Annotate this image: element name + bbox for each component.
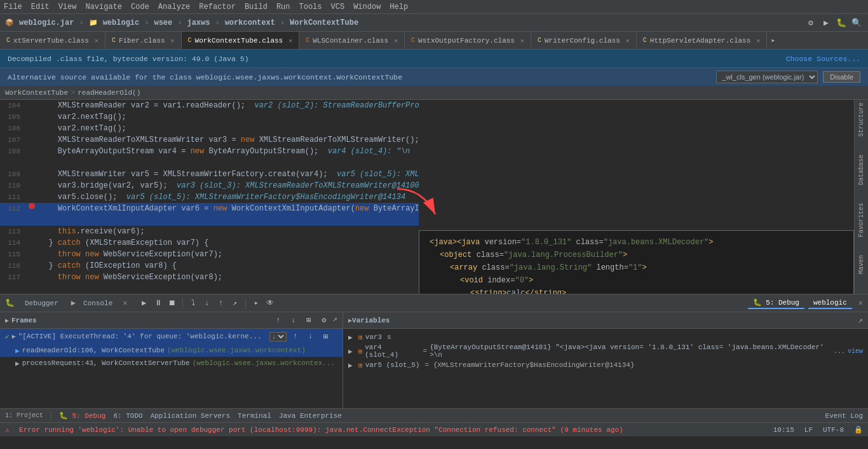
tab-overflow[interactable]: ▸ <box>767 32 779 49</box>
var-item-var3[interactable]: ▶ ⊞ var3 s <box>343 331 868 343</box>
run-icon[interactable]: ▶ <box>820 17 832 29</box>
left-panel-icon[interactable]: 1: Project <box>5 412 43 419</box>
tab-wlscontainer[interactable]: C WLSContainer.class ✕ <box>299 32 405 49</box>
menu-file[interactable]: File <box>4 3 22 11</box>
pause-btn[interactable]: ⏸ <box>152 297 165 310</box>
tab-close-5[interactable]: ✕ <box>626 37 630 45</box>
project-class[interactable]: WorkContextTube <box>290 18 358 27</box>
tab-close-6[interactable]: ✕ <box>756 37 760 45</box>
step-over-btn[interactable]: ⤵ <box>187 297 200 310</box>
console-tab[interactable]: Console <box>78 298 118 308</box>
event-log-link[interactable]: Event Log <box>825 412 863 420</box>
frame-down[interactable]: ↓ <box>304 330 317 343</box>
tab-httpservletadapter[interactable]: C HttpServletAdapter.class ✕ <box>637 32 767 49</box>
debug-tab-5[interactable]: 🐛 5: Debug <box>748 297 804 309</box>
project-pkg1[interactable]: weblogic <box>103 18 140 27</box>
frame-up[interactable]: ↑ <box>289 330 302 343</box>
frame-filter[interactable]: ⊞ <box>320 330 332 343</box>
tab-wstxoutputfactory[interactable]: C WstxOutputFactory.class ✕ <box>405 32 531 49</box>
tab-close-3[interactable]: ✕ <box>394 37 398 45</box>
menu-run[interactable]: Run <box>276 3 290 11</box>
watch-btn[interactable]: 👁 <box>264 297 276 310</box>
step-into-btn[interactable]: ↓ <box>201 297 214 310</box>
debug-tab-bottom[interactable]: 🐛 5: Debug <box>59 411 105 420</box>
code-editor[interactable]: 104 XMLStreamReader var2 = var1.readHead… <box>0 100 419 294</box>
frames-arrow-right-btn[interactable]: ↗ <box>333 314 337 327</box>
menu-tools[interactable]: Tools <box>299 3 322 11</box>
frame-text-0: "[ACTIVE] ExecuteThread: '4' for queue: … <box>18 333 262 340</box>
choose-sources-link[interactable]: Choose Sources... <box>786 55 860 63</box>
maven-panel-icon[interactable]: Maven <box>858 255 865 274</box>
status-lf[interactable]: LF <box>804 426 813 434</box>
project-jar[interactable]: weblogic.jar <box>19 18 74 27</box>
database-panel-icon[interactable]: Database <box>858 155 865 185</box>
tab-close-4[interactable]: ✕ <box>520 37 524 45</box>
frame-item-thread[interactable]: ✔ ▶ "[ACTIVE] ExecuteThread: '4' for que… <box>0 329 342 344</box>
project-pkg3[interactable]: jaxws <box>187 18 210 27</box>
tab-icon-2: C <box>188 37 192 44</box>
frame-icon-3: ▶ <box>15 359 20 368</box>
frame-item-processrequest[interactable]: ▶ processRequest:43, WorkContextServerTu… <box>0 357 342 370</box>
var4-view-link[interactable]: view <box>848 348 863 355</box>
var5-expand-icon[interactable]: ▶ <box>348 361 356 370</box>
frames-down-btn[interactable]: ↓ <box>287 314 300 327</box>
frame-item-readheaderold[interactable]: ▶ readHeaderOld:106, WorkContextTube (we… <box>0 344 342 357</box>
thread-select[interactable]: ↓ <box>269 332 287 342</box>
tab-close-0[interactable]: ✕ <box>95 37 98 45</box>
appservers-tab-bottom[interactable]: Application Servers <box>151 412 230 420</box>
menu-window[interactable]: Window <box>353 3 381 11</box>
breakpoint-112[interactable] <box>29 203 35 209</box>
status-line[interactable]: 10:15 <box>773 426 794 434</box>
stop-btn[interactable]: ⏹ <box>166 297 179 310</box>
menu-refactor[interactable]: Refactor <box>199 3 236 11</box>
debugger-tab[interactable]: Debugger <box>20 298 64 308</box>
var4-expand-icon[interactable]: ▶ <box>348 347 356 356</box>
structure-panel-icon[interactable]: Structure <box>858 102 865 137</box>
menu-code[interactable]: Code <box>131 3 149 11</box>
step-out-btn[interactable]: ↑ <box>215 297 227 310</box>
source-select[interactable]: _wl_cls_gen (weblogic.jar) <box>716 71 818 83</box>
menu-help[interactable]: Help <box>390 3 408 11</box>
frames-settings-btn[interactable]: ⚙ <box>318 314 330 327</box>
tab-writerconfig[interactable]: C WriterConfig.class ✕ <box>531 32 637 49</box>
disable-button[interactable]: Disable <box>823 71 860 83</box>
var-item-var4[interactable]: ▶ ⊞ var4 (slot_4) = {ByteArrayOutputStre… <box>343 343 868 359</box>
search-icon[interactable]: 🔍 <box>850 17 863 29</box>
menu-edit[interactable]: Edit <box>31 3 50 11</box>
menu-view[interactable]: View <box>58 3 77 11</box>
code-line-105: 105 var2.nextTag(); <box>0 111 419 123</box>
info-banner: Decompiled .class file, bytecode version… <box>0 50 868 67</box>
todo-tab-bottom[interactable]: 6: TODO <box>113 412 142 420</box>
frames-filter-btn[interactable]: ⊞ <box>302 314 315 327</box>
code-line-113: 113 this.receive(var6); <box>0 226 419 237</box>
breadcrumb-class[interactable]: WorkContextTube <box>5 89 68 97</box>
breadcrumb-method[interactable]: readHeaderOld() <box>78 89 140 97</box>
debug-weblogic-close[interactable]: ✕ <box>858 298 863 308</box>
menu-build[interactable]: Build <box>245 3 268 11</box>
status-encoding[interactable]: UTF-8 <box>823 426 844 434</box>
tab-workcontexttube[interactable]: C WorkContextTube.class ✕ <box>182 32 300 49</box>
menu-analyze[interactable]: Analyze <box>158 3 190 11</box>
var-item-var5[interactable]: ▶ ⊞ var5 (slot_5) = {XMLStreamWriterFact… <box>343 359 868 371</box>
vars-settings-icon[interactable]: ↗ <box>858 315 863 325</box>
tab-close-2[interactable]: ✕ <box>288 37 292 45</box>
debug-tab-weblogic[interactable]: weblogic <box>808 298 852 309</box>
console-close[interactable]: ✕ <box>123 298 127 308</box>
menu-vcs[interactable]: VCS <box>331 3 345 11</box>
javaee-tab-bottom[interactable]: Java Enterprise <box>279 412 342 420</box>
menu-navigate[interactable]: Navigate <box>85 3 122 11</box>
project-pkg2[interactable]: wsee <box>154 18 172 27</box>
evaluate-btn[interactable]: ✦ <box>250 297 262 310</box>
favorites-panel-icon[interactable]: Favorites <box>858 203 865 237</box>
tab-xtservertube[interactable]: C xtServerTube.class ✕ <box>0 32 105 49</box>
debug-icon[interactable]: 🐛 <box>835 17 848 29</box>
tab-fiber[interactable]: C Fiber.class ✕ <box>105 32 182 49</box>
var3-expand-icon[interactable]: ▶ <box>348 333 356 342</box>
tab-close-1[interactable]: ✕ <box>171 37 175 45</box>
terminal-tab-bottom[interactable]: Terminal <box>238 412 271 420</box>
frames-up-btn[interactable]: ↑ <box>272 314 285 327</box>
settings-icon[interactable]: ⚙ <box>804 17 817 29</box>
project-pkg4[interactable]: workcontext <box>225 18 275 27</box>
run-to-cursor-btn[interactable]: ↗ <box>229 297 241 310</box>
resume-btn[interactable]: ▶ <box>138 297 151 310</box>
